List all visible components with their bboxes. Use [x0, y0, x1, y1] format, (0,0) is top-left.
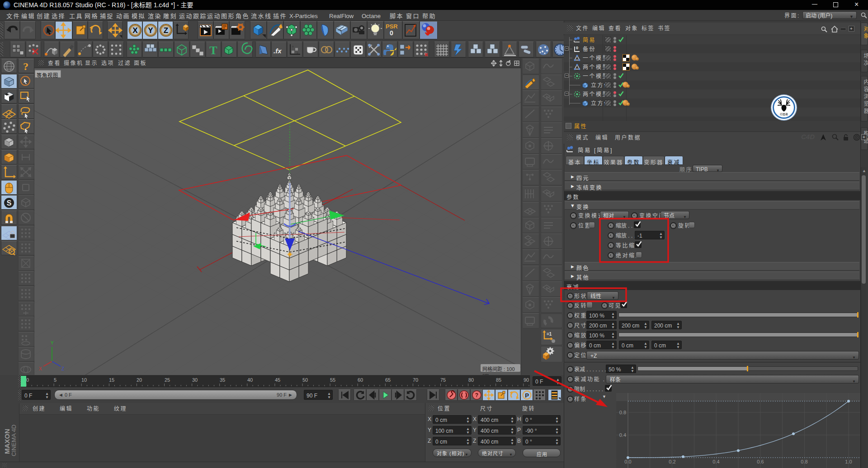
svg-text:0.4: 0.4	[712, 459, 719, 464]
svg-text:P: P	[525, 392, 529, 399]
svg-text:0: 0	[390, 29, 393, 37]
svg-text:?: ?	[23, 61, 28, 72]
svg-text:Z: Z	[61, 366, 64, 371]
svg-text:X: X	[39, 366, 42, 371]
svg-text:Y: Y	[148, 26, 153, 35]
svg-text:0.2: 0.2	[669, 459, 675, 464]
svg-text:=1: =1	[547, 332, 552, 337]
svg-text:0.8: 0.8	[801, 459, 807, 464]
svg-text:1.0: 1.0	[845, 459, 852, 464]
svg-text:PSR: PSR	[386, 23, 398, 30]
svg-text:行摄者: 行摄者	[780, 112, 788, 116]
svg-text:0.4: 0.4	[619, 432, 626, 438]
svg-text:S: S	[7, 199, 12, 207]
svg-text:Z: Z	[164, 26, 168, 35]
svg-text:0.6: 0.6	[757, 459, 764, 464]
svg-text:.fx: .fx	[274, 47, 282, 55]
svg-text:0.0: 0.0	[624, 459, 631, 464]
svg-text:Y: Y	[51, 341, 54, 346]
svg-text:0: 0	[576, 46, 578, 50]
svg-text:X: X	[132, 26, 138, 35]
svg-text:?: ?	[475, 392, 478, 398]
svg-text:0.8: 0.8	[619, 410, 626, 415]
svg-text:T: T	[209, 44, 217, 57]
